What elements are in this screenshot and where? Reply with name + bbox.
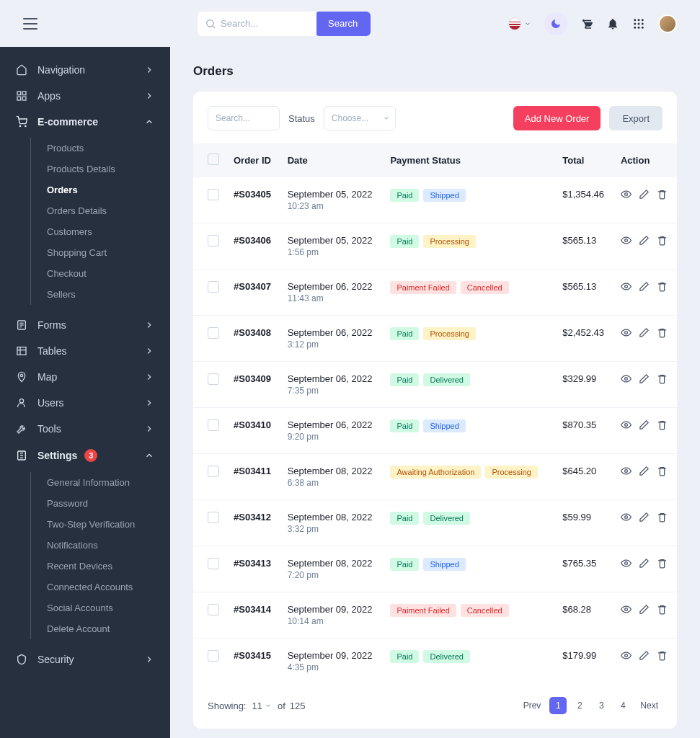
add-order-button[interactable]: Add New Order (513, 106, 601, 130)
row-checkbox[interactable] (208, 373, 219, 385)
view-icon[interactable] (621, 558, 632, 569)
edit-icon[interactable] (639, 373, 650, 384)
sidebar-item-e-commerce[interactable]: E-commerce (0, 109, 170, 135)
sidebar-subitem-checkout[interactable]: Checkout (31, 263, 170, 284)
delete-icon[interactable] (657, 235, 668, 246)
row-checkbox[interactable] (208, 419, 219, 431)
sidebar-subitem-sellers[interactable]: Sellers (31, 284, 170, 305)
user-avatar[interactable] (658, 14, 677, 33)
language-selector[interactable] (508, 17, 531, 30)
hamburger-menu-icon[interactable] (23, 18, 37, 30)
row-checkbox[interactable] (208, 558, 219, 569)
sidebar-item-tools[interactable]: Tools (0, 416, 170, 442)
sidebar-item-forms[interactable]: Forms (0, 312, 170, 338)
edit-icon[interactable] (639, 189, 650, 200)
row-checkbox[interactable] (208, 327, 219, 339)
badge: 3 (84, 449, 97, 462)
svg-point-31 (625, 239, 628, 242)
sidebar-subitem-products[interactable]: Products (31, 138, 170, 159)
order-total: $565.13 (555, 223, 613, 270)
sidebar-item-security[interactable]: Security (0, 646, 170, 672)
delete-icon[interactable] (657, 604, 668, 615)
view-icon[interactable] (621, 604, 632, 615)
sidebar-subitem-orders[interactable]: Orders (31, 179, 170, 200)
row-checkbox[interactable] (208, 235, 219, 246)
page-prev[interactable]: Prev (519, 697, 546, 714)
sidebar-item-settings[interactable]: Settings3 (0, 442, 170, 469)
status-filter-select[interactable]: Choose... (324, 106, 396, 130)
row-checkbox[interactable] (208, 650, 219, 662)
view-icon[interactable] (621, 189, 632, 200)
page-2[interactable]: 2 (571, 697, 588, 714)
svg-point-37 (625, 516, 628, 519)
delete-icon[interactable] (657, 419, 668, 430)
delete-icon[interactable] (657, 650, 668, 661)
edit-icon[interactable] (639, 558, 650, 569)
sidebar-item-map[interactable]: Map (0, 364, 170, 390)
edit-icon[interactable] (639, 235, 650, 246)
sidebar-item-users[interactable]: Users (0, 390, 170, 416)
edit-icon[interactable] (639, 604, 650, 615)
row-checkbox[interactable] (208, 604, 219, 615)
view-icon[interactable] (621, 327, 632, 338)
sidebar-item-apps[interactable]: Apps (0, 83, 170, 109)
row-checkbox[interactable] (208, 466, 219, 477)
row-checkbox[interactable] (208, 281, 219, 293)
row-checkbox[interactable] (208, 189, 219, 200)
sidebar-item-tables[interactable]: Tables (0, 338, 170, 364)
page-3[interactable]: 3 (593, 697, 610, 714)
sidebar-subitem-products-details[interactable]: Products Details (31, 159, 170, 179)
sidebar-subitem-orders-details[interactable]: Orders Details (31, 200, 170, 221)
delete-icon[interactable] (657, 281, 668, 292)
edit-icon[interactable] (639, 650, 650, 661)
order-date: September 08, 2022 (288, 558, 376, 569)
status-pill: Cancelled (461, 281, 509, 294)
export-button[interactable]: Export (609, 106, 663, 130)
sidebar-item-navigation[interactable]: Navigation (0, 57, 170, 83)
view-icon[interactable] (621, 281, 632, 292)
view-icon[interactable] (621, 466, 632, 476)
pin-icon (16, 371, 27, 383)
delete-icon[interactable] (657, 373, 668, 384)
page-next[interactable]: Next (636, 697, 663, 714)
sidebar-subitem-customers[interactable]: Customers (31, 221, 170, 242)
status-cell: PaidProcessing (383, 223, 555, 270)
edit-icon[interactable] (639, 281, 650, 292)
row-checkbox[interactable] (208, 512, 219, 523)
sidebar-subitem-connected-accounts[interactable]: Connected Accounts (31, 577, 170, 597)
select-all-checkbox[interactable] (208, 154, 219, 165)
edit-icon[interactable] (639, 419, 650, 430)
delete-icon[interactable] (657, 327, 668, 338)
edit-icon[interactable] (639, 466, 650, 476)
delete-icon[interactable] (657, 512, 668, 523)
theme-toggle[interactable] (544, 12, 567, 35)
view-icon[interactable] (621, 373, 632, 384)
sidebar-subitem-delete-account[interactable]: Delete Account (31, 618, 170, 639)
page-1[interactable]: 1 (549, 697, 567, 714)
view-icon[interactable] (621, 650, 632, 661)
delete-icon[interactable] (657, 189, 668, 200)
edit-icon[interactable] (639, 327, 650, 338)
sidebar-subitem-social-accounts[interactable]: Social Accounts (31, 597, 170, 618)
view-icon[interactable] (621, 235, 632, 246)
table-search-input[interactable] (208, 106, 280, 130)
sidebar-subitem-notifications[interactable]: Notifications (31, 535, 170, 556)
sidebar-subitem-recent-devices[interactable]: Recent Devices (31, 556, 170, 577)
delete-icon[interactable] (657, 466, 668, 476)
delete-icon[interactable] (657, 558, 668, 569)
view-icon[interactable] (621, 419, 632, 430)
view-icon[interactable] (621, 512, 632, 523)
apps-grid-icon[interactable] (632, 17, 645, 30)
per-page-selector[interactable]: 11 (252, 701, 271, 711)
bell-icon[interactable] (606, 17, 619, 30)
order-id: #S03409 (226, 362, 280, 408)
sidebar-subitem-password[interactable]: Password (31, 493, 170, 514)
page-4[interactable]: 4 (614, 697, 632, 714)
edit-icon[interactable] (639, 512, 650, 523)
search-button[interactable]: Search (315, 12, 371, 36)
cart-icon[interactable] (580, 17, 593, 30)
sidebar-subitem-two-step-verification[interactable]: Two-Step Verification (31, 514, 170, 535)
sidebar-subitem-general-information[interactable]: General Information (31, 472, 170, 493)
order-id: #S03408 (226, 316, 280, 362)
sidebar-subitem-shopping-cart[interactable]: Shopping Cart (31, 242, 170, 263)
